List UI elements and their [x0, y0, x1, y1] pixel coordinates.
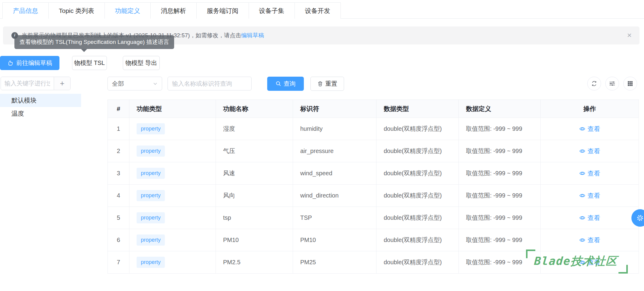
view-link[interactable]: 查看 — [579, 147, 600, 155]
eye-icon — [579, 215, 585, 221]
action-cell: 查看 — [541, 229, 639, 251]
data-type-cell: double(双精度浮点型) — [376, 207, 459, 229]
add-module-button[interactable]: + — [54, 77, 70, 90]
view-label: 查看 — [588, 214, 600, 222]
data-definition-cell: 取值范围: -999 ~ 999 — [459, 162, 541, 184]
go-edit-draft-label: 前往编辑草稿 — [16, 59, 52, 67]
view-label: 查看 — [588, 125, 600, 133]
module-search-input[interactable] — [1, 77, 54, 90]
gear-icon — [636, 214, 644, 222]
property-tag: property — [137, 168, 165, 179]
property-tag: property — [137, 190, 165, 201]
data-definition-cell: 取值范围: -999 ~ 999 — [459, 140, 541, 162]
row-index-cell: 5 — [108, 207, 129, 229]
data-type-cell: double(双精度浮点型) — [376, 185, 459, 207]
identifier-cell: PM10 — [293, 229, 376, 251]
data-definition-cell: 取值范围: -999 ~ 999 — [459, 229, 541, 251]
identifier-cell: PM25 — [293, 251, 376, 273]
tab-product-info[interactable]: 产品信息 — [3, 3, 49, 19]
refresh-icon — [591, 80, 597, 87]
refresh-button[interactable] — [587, 77, 601, 90]
thing-model-tsl-button[interactable]: 物模型 TSL — [72, 56, 107, 70]
page: 产品信息Topic 类列表功能定义消息解析服务端订阅设备子集设备开发 i 当前展… — [0, 0, 644, 291]
tab-server-subscription[interactable]: 服务端订阅 — [197, 3, 249, 19]
function-name-cell: 湿度 — [216, 118, 293, 140]
go-edit-draft-button[interactable]: 前往编辑草稿 — [0, 56, 59, 70]
col-data-definition: 数据定义 — [459, 100, 541, 118]
view-label: 查看 — [588, 147, 600, 155]
data-definition-cell: 取值范围: -999 ~ 999 — [459, 118, 541, 140]
tab-device-development[interactable]: 设备开发 — [295, 3, 341, 19]
query-button[interactable]: 查询 — [267, 77, 304, 91]
data-type-cell: double(双精度浮点型) — [376, 118, 459, 140]
chevron-down-icon — [153, 81, 158, 86]
property-tag: property — [137, 212, 165, 223]
thing-model-export-button[interactable]: 物模型 导出 — [123, 56, 160, 70]
col-identifier: 标识符 — [293, 100, 376, 118]
function-name-cell: 风速 — [216, 162, 293, 184]
data-definition-cell: 取值范围: -999 ~ 999 — [459, 185, 541, 207]
filter-row: 全部 查询 重置 — [107, 77, 344, 90]
view-label: 查看 — [588, 258, 600, 267]
table-row: 7propertyPM2.5PM25double(双精度浮点型)取值范围: -9… — [108, 251, 639, 273]
reset-button[interactable]: 重置 — [310, 77, 344, 91]
eye-icon — [579, 170, 585, 176]
sidebar-item-temperature[interactable]: 温度 — [0, 107, 81, 120]
action-cell: 查看 — [541, 118, 639, 140]
name-identifier-search-input[interactable] — [168, 77, 252, 90]
row-index-cell: 7 — [108, 251, 129, 273]
function-type-cell: property — [129, 229, 216, 251]
view-link[interactable]: 查看 — [579, 125, 600, 133]
table-row: 6propertyPM10PM10double(双精度浮点型)取值范围: -99… — [108, 229, 639, 251]
edit-draft-link[interactable]: 编辑草稿 — [241, 32, 264, 39]
query-label: 查询 — [284, 80, 296, 88]
view-link[interactable]: 查看 — [579, 214, 600, 222]
type-select[interactable]: 全部 — [107, 77, 162, 90]
view-link[interactable]: 查看 — [579, 169, 600, 178]
trash-icon — [317, 81, 323, 87]
function-type-cell: property — [129, 140, 216, 162]
function-type-cell: property — [129, 162, 216, 184]
col-function-name: 功能名称 — [216, 100, 293, 118]
view-link[interactable]: 查看 — [579, 258, 600, 267]
view-label: 查看 — [588, 169, 600, 178]
tsl-tooltip: 查看物模型的 TSL(Thing Specification Language)… — [14, 35, 174, 49]
function-name-cell: PM10 — [216, 229, 293, 251]
function-name-cell: 风向 — [216, 185, 293, 207]
tab-topic-list[interactable]: Topic 类列表 — [49, 3, 105, 19]
search-icon — [276, 81, 281, 87]
property-tag: property — [137, 234, 165, 246]
function-name-cell: tsp — [216, 207, 293, 229]
grid-icon — [627, 80, 633, 87]
row-index-cell: 4 — [108, 185, 129, 207]
eye-icon — [579, 192, 585, 199]
function-type-cell: property — [129, 185, 216, 207]
data-type-cell: double(双精度浮点型) — [376, 140, 459, 162]
view-link[interactable]: 查看 — [579, 191, 600, 200]
col-function-type: 功能类型 — [129, 100, 216, 118]
grid-view-button[interactable] — [623, 77, 637, 90]
table-toolbar — [587, 77, 637, 90]
view-link[interactable]: 查看 — [579, 236, 600, 244]
eye-icon — [579, 126, 585, 132]
tab-device-subset[interactable]: 设备子集 — [249, 3, 295, 19]
close-icon[interactable]: × — [627, 31, 632, 39]
eye-icon — [579, 259, 585, 265]
col-actions: 操作 — [541, 100, 639, 118]
table-row: 3property风速wind_speeddouble(双精度浮点型)取值范围:… — [108, 162, 639, 185]
tooltip-text: 查看物模型的 TSL(Thing Specification Language)… — [20, 39, 169, 45]
function-type-cell: property — [129, 251, 216, 273]
thing-model-tsl-label: 物模型 TSL — [74, 59, 105, 67]
tab-function-definition[interactable]: 功能定义 — [105, 3, 151, 19]
data-type-cell: double(双精度浮点型) — [376, 251, 459, 273]
action-cell: 查看 — [541, 140, 639, 162]
sidebar-item-default-module[interactable]: 默认模块 — [0, 94, 81, 107]
table-row: 5propertytspTSPdouble(双精度浮点型)取值范围: -999 … — [108, 207, 639, 229]
view-label: 查看 — [588, 191, 600, 200]
identifier-cell: humidity — [293, 118, 376, 140]
property-tag: property — [137, 146, 165, 157]
tab-message-parsing[interactable]: 消息解析 — [151, 3, 197, 19]
column-settings-button[interactable] — [605, 77, 619, 90]
module-search-box: + — [1, 77, 71, 90]
function-name-cell: PM2.5 — [216, 251, 293, 273]
